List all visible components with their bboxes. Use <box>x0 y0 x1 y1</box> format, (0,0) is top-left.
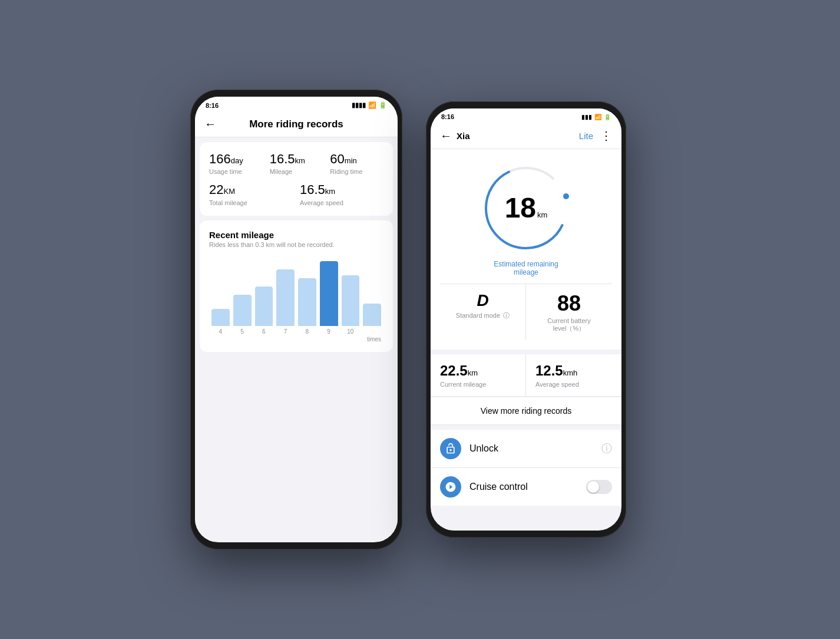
speed-label: Estimated remaining mileage <box>494 260 558 276</box>
signal-icon: ▮▮▮▮ <box>352 101 366 109</box>
mileage-stat: 16.5km Mileage <box>270 151 323 175</box>
left-phone-screen: 8:16 ▮▮▮▮ 📶 🔋 ← More riding records <box>195 97 398 542</box>
right-nav-bar: ← Xia Lite ⋮ <box>431 123 621 149</box>
cruise-icon <box>440 476 461 498</box>
view-more-text: View more riding records <box>481 406 572 416</box>
right-time: 8:16 <box>441 113 454 120</box>
mode-battery-section: D Standard mode ⓘ 88 Current battery lev… <box>440 284 612 340</box>
stats-grid-top: 166day Usage time 16.5km Mileage <box>209 151 383 175</box>
speed-value: 18 km <box>505 194 548 222</box>
drive-mode-label: Standard mode ⓘ <box>449 311 516 320</box>
wifi-icon: 📶 <box>368 101 376 109</box>
stats-card: 166day Usage time 16.5km Mileage <box>200 142 393 216</box>
left-screen-content: 166day Usage time 16.5km Mileage <box>195 137 398 542</box>
left-status-icons: ▮▮▮▮ 📶 🔋 <box>352 101 387 109</box>
mileage-value: 16.5km <box>270 151 323 167</box>
chart-bar <box>233 295 252 326</box>
right-signal-icon: ▮▮▮ <box>581 114 592 120</box>
menu-button[interactable]: ⋮ <box>600 129 612 143</box>
back-button[interactable]: ← <box>204 117 216 131</box>
left-phone: 8:16 ▮▮▮▮ 📶 🔋 ← More riding records <box>190 90 402 549</box>
right-phone: 8:16 ▮▮▮ 📶 🔋 ← Xia Lite ⋮ <box>426 101 626 538</box>
left-time: 8:16 <box>206 102 219 109</box>
chart-bar <box>276 269 295 326</box>
chart-label: 9 <box>320 328 338 335</box>
page-title: More riding records <box>216 118 376 130</box>
riding-time-stat: 60min Riding time <box>330 151 383 175</box>
avg-speed-value: 16.5km <box>300 182 383 197</box>
unlock-icon <box>440 438 461 459</box>
total-mileage-label: Total mileage <box>209 199 293 206</box>
battery-label: Current battery level（%） <box>535 317 603 333</box>
cruise-control-section: Cruise control <box>431 468 621 506</box>
chart-bars <box>209 255 383 326</box>
divider-2 <box>431 424 621 425</box>
view-more-button[interactable]: View more riding records <box>431 397 621 424</box>
drive-mode-info-icon[interactable]: ⓘ <box>503 312 510 319</box>
chart-card: Recent mileage Rides less than 0.3 km wi… <box>200 220 393 352</box>
divider-1 <box>431 396 621 397</box>
usage-time-value: 166day <box>209 151 263 167</box>
stats-grid-bottom: 22KM Total mileage 16.5km Average speed <box>209 182 383 206</box>
chart-bar <box>363 304 381 326</box>
mileage-label: Mileage <box>270 168 323 175</box>
speedometer-ring: 18 km <box>479 161 573 255</box>
right-status-bar: 8:16 ▮▮▮ 📶 🔋 <box>431 108 621 123</box>
chart-bar <box>342 275 360 326</box>
speedometer-section: 18 km Estimated remaining mileage D Stan… <box>431 149 621 350</box>
device-name: Xia <box>452 131 579 141</box>
left-status-bar: 8:16 ▮▮▮▮ 📶 🔋 <box>195 97 398 111</box>
chart-subtitle: Rides less than 0.3 km will not be recor… <box>209 241 383 248</box>
chart-bar <box>255 286 273 326</box>
avg-speed-value-right: 12.5kmh <box>535 363 612 380</box>
right-battery-icon: 🔋 <box>604 114 611 120</box>
chart-bar <box>320 261 338 326</box>
chart-labels: 45678910 <box>209 328 383 335</box>
current-mileage-value: 22.5km <box>440 363 516 380</box>
total-mileage-stat: 22KM Total mileage <box>209 182 293 206</box>
current-mileage-label: Current mileage <box>440 381 516 388</box>
toggle-knob <box>587 481 599 493</box>
unlock-info-icon[interactable]: ⓘ <box>601 442 612 456</box>
speed-number: 18 <box>505 194 536 222</box>
avg-speed-stat: 16.5km Average speed <box>300 182 383 206</box>
usage-time-label: Usage time <box>209 168 263 175</box>
total-mileage-value: 22KM <box>209 182 293 197</box>
avg-speed-label-right: Average speed <box>535 381 612 388</box>
avg-speed-stat-right: 12.5kmh Average speed <box>526 354 621 396</box>
chart-bar <box>298 278 316 326</box>
drive-mode: D Standard mode ⓘ <box>440 284 526 340</box>
avg-speed-label: Average speed <box>300 199 383 206</box>
cruise-label: Cruise control <box>469 482 586 492</box>
left-nav-bar: ← More riding records <box>195 111 398 137</box>
chart-label: 10 <box>342 328 360 335</box>
chart-title: Recent mileage <box>209 230 383 240</box>
battery-section: 88 Current battery level（%） <box>526 284 612 340</box>
chart-label: 7 <box>276 328 295 335</box>
drive-mode-value: D <box>449 291 516 310</box>
chart-label: 5 <box>233 328 252 335</box>
right-phone-screen: 8:16 ▮▮▮ 📶 🔋 ← Xia Lite ⋮ <box>431 108 621 531</box>
right-wifi-icon: 📶 <box>594 114 601 120</box>
unlock-label[interactable]: Unlock <box>469 443 601 454</box>
chart-label <box>363 328 381 335</box>
cruise-toggle[interactable] <box>586 480 612 494</box>
svg-point-2 <box>563 193 569 199</box>
battery-icon: 🔋 <box>379 101 387 109</box>
riding-time-label: Riding time <box>330 168 383 175</box>
unlock-section: Unlock ⓘ <box>431 430 621 467</box>
right-status-icons: ▮▮▮ 📶 🔋 <box>581 114 611 120</box>
speed-unit: km <box>537 210 547 219</box>
riding-time-value: 60min <box>330 151 383 167</box>
usage-time-stat: 166day Usage time <box>209 151 263 175</box>
chart-label: 4 <box>211 328 230 335</box>
device-mode: Lite <box>579 131 593 141</box>
current-mileage-stat: 22.5km Current mileage <box>431 354 526 396</box>
chart-label: 8 <box>298 328 316 335</box>
chart-times-label: times <box>209 336 383 342</box>
chart-label: 6 <box>255 328 273 335</box>
riding-stats: 22.5km Current mileage 12.5kmh Average s… <box>431 354 621 396</box>
battery-value: 88 <box>535 291 603 316</box>
chart-bar <box>211 309 230 326</box>
right-back-button[interactable]: ← <box>440 129 452 143</box>
